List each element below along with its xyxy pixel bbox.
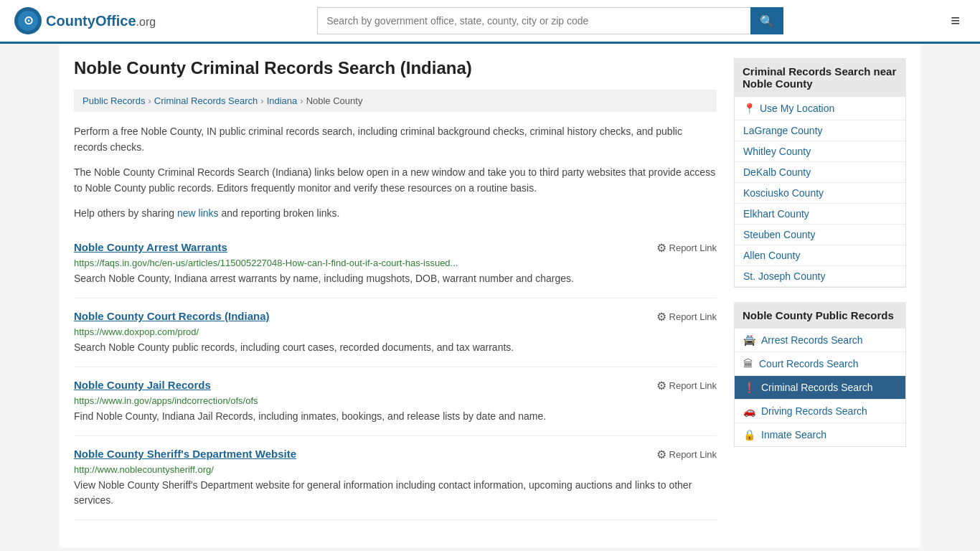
record-url-2: https://www.in.gov/apps/indcorrection/of… [74, 395, 717, 406]
sidebar-item-court[interactable]: 🏛 Court Records Search [735, 352, 905, 376]
nearby-elkhart[interactable]: Elkhart County [735, 204, 905, 225]
inmate-label: Inmate Search [761, 429, 826, 441]
nearby-st-joseph[interactable]: St. Joseph County [735, 266, 905, 287]
logo-icon: ⊙ [14, 7, 42, 34]
record-title-3[interactable]: Noble County Sheriff's Department Websit… [74, 448, 296, 460]
record-title-0[interactable]: Noble County Arrest Warrants [74, 241, 227, 253]
criminal-icon: ❗ [743, 382, 755, 393]
report-icon-1: ⚙ [656, 310, 666, 324]
sidebar-nearby-section: Criminal Records Search near Noble Count… [734, 58, 906, 288]
report-icon-3: ⚙ [656, 448, 666, 461]
record-url-3: http://www.noblecountysheriff.org/ [74, 464, 717, 475]
report-icon-2: ⚙ [656, 379, 666, 392]
use-location-link[interactable]: Use My Location [760, 103, 834, 114]
driving-icon: 🚗 [743, 405, 755, 417]
description-3: Help others by sharing new links and rep… [74, 205, 717, 221]
report-link-0[interactable]: ⚙ Report Link [656, 241, 717, 255]
nearby-allen[interactable]: Allen County [735, 245, 905, 266]
record-url-1: https://www.doxpop.com/prod/ [74, 326, 717, 337]
breadcrumb-indiana[interactable]: Indiana [267, 95, 298, 106]
driving-label: Driving Records Search [761, 405, 867, 417]
record-title-2[interactable]: Noble County Jail Records [74, 379, 211, 391]
sidebar-item-inmate[interactable]: 🔒 Inmate Search [735, 423, 905, 446]
report-link-3[interactable]: ⚙ Report Link [656, 448, 717, 461]
record-desc-0: Search Noble County, Indiana arrest warr… [74, 271, 717, 286]
search-input[interactable] [317, 7, 750, 34]
sidebar-nearby-title: Criminal Records Search near Noble Count… [734, 58, 906, 97]
breadcrumb-public-records[interactable]: Public Records [83, 95, 145, 106]
logo-text: CountyOffice.org [46, 13, 156, 29]
records-list: Noble County Arrest Warrants ⚙ Report Li… [74, 230, 717, 520]
breadcrumb: Public Records › Criminal Records Search… [74, 90, 717, 112]
sidebar-item-arrest[interactable]: 🚔 Arrest Records Search [735, 329, 905, 352]
sidebar-item-criminal[interactable]: ❗ Criminal Records Search [735, 376, 905, 400]
search-button[interactable]: 🔍 [750, 7, 783, 34]
logo-area: ⊙ CountyOffice.org [14, 7, 156, 34]
report-icon-0: ⚙ [656, 241, 666, 255]
nearby-lagrange[interactable]: LaGrange County [735, 121, 905, 141]
nearby-dekalb[interactable]: DeKalb County [735, 162, 905, 183]
court-icon: 🏛 [743, 358, 753, 369]
description-2: The Noble County Criminal Records Search… [74, 164, 717, 197]
new-links-link[interactable]: new links [177, 207, 219, 219]
record-desc-2: Find Noble County, Indiana Jail Records,… [74, 409, 717, 424]
criminal-label: Criminal Records Search [761, 382, 873, 393]
sidebar: Criminal Records Search near Noble Count… [734, 58, 906, 533]
nearby-steuben[interactable]: Steuben County [735, 225, 905, 245]
main-container: Noble County Criminal Records Search (In… [60, 44, 920, 547]
record-url-0: https://faqs.in.gov/hc/en-us/articles/11… [74, 258, 717, 268]
nearby-whitley[interactable]: Whitley County [735, 141, 905, 162]
breadcrumb-criminal-records[interactable]: Criminal Records Search [154, 95, 258, 106]
sidebar-public-records-section: Noble County Public Records 🚔 Arrest Rec… [734, 302, 906, 447]
nearby-list: 📍 Use My Location LaGrange County Whitle… [734, 97, 906, 288]
court-label: Court Records Search [759, 358, 859, 369]
sidebar-records-list: 🚔 Arrest Records Search 🏛 Court Records … [734, 329, 906, 447]
inmate-icon: 🔒 [743, 429, 755, 441]
record-item-2: Noble County Jail Records ⚙ Report Link … [74, 367, 717, 436]
record-item-3: Noble County Sheriff's Department Websit… [74, 436, 717, 520]
menu-button[interactable]: ≡ [945, 9, 966, 33]
breadcrumb-noble-county: Noble County [306, 95, 363, 106]
location-pin-icon: 📍 [743, 103, 755, 114]
page-title: Noble County Criminal Records Search (In… [74, 58, 717, 78]
use-location-item[interactable]: 📍 Use My Location [735, 97, 905, 121]
report-link-2[interactable]: ⚙ Report Link [656, 379, 717, 392]
record-desc-3: View Noble County Sheriff's Department w… [74, 478, 717, 508]
record-title-1[interactable]: Noble County Court Records (Indiana) [74, 310, 270, 322]
content-area: Noble County Criminal Records Search (In… [74, 58, 717, 533]
record-desc-1: Search Noble County public records, incl… [74, 340, 717, 355]
sidebar-item-driving[interactable]: 🚗 Driving Records Search [735, 400, 905, 423]
header: ⊙ CountyOffice.org 🔍 ≡ [0, 0, 980, 44]
arrest-label: Arrest Records Search [761, 334, 863, 346]
record-item-0: Noble County Arrest Warrants ⚙ Report Li… [74, 230, 717, 298]
nearby-kosciusko[interactable]: Kosciusko County [735, 183, 905, 204]
svg-text:⊙: ⊙ [24, 14, 33, 27]
sidebar-public-records-title: Noble County Public Records [734, 302, 906, 329]
report-link-1[interactable]: ⚙ Report Link [656, 310, 717, 324]
description-1: Perform a free Noble County, IN public c… [74, 123, 717, 156]
arrest-icon: 🚔 [743, 334, 755, 346]
search-area: 🔍 [317, 7, 783, 34]
record-item-1: Noble County Court Records (Indiana) ⚙ R… [74, 298, 717, 367]
